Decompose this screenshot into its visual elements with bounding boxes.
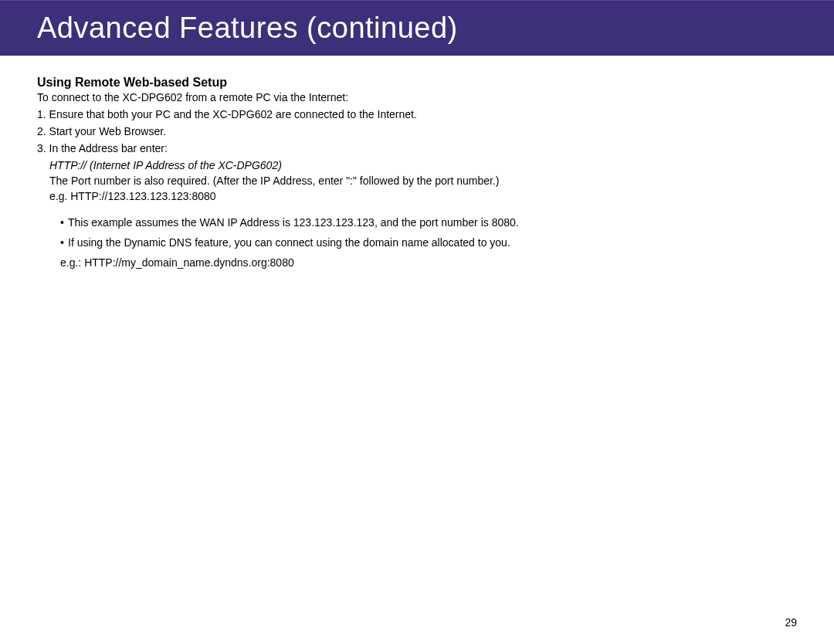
page-content: Using Remote Web-based Setup To connect …	[0, 56, 834, 269]
bullet-2: •If using the Dynamic DNS feature, you c…	[60, 236, 797, 249]
section-heading: Using Remote Web-based Setup	[37, 76, 797, 90]
bullet-1-text: This example assumes the WAN IP Address …	[68, 216, 519, 229]
bullet-list: •This example assumes the WAN IP Address…	[37, 216, 797, 269]
step-3: 3. In the Address bar enter:	[37, 142, 797, 154]
step-3-example: e.g. HTTP://123.123.123.123:8080	[37, 190, 797, 202]
bullet-2-example: e.g.: HTTP://my_domain_name.dyndns.org:8…	[60, 256, 797, 269]
step-2: 2. Start your Web Browser.	[37, 125, 797, 137]
step-3-port-note: The Port number is also required. (After…	[37, 175, 797, 187]
step-3-address-format: HTTP:// (Internet IP Address of the XC-D…	[37, 159, 797, 171]
intro-text: To connect to the XC-DPG602 from a remot…	[37, 91, 797, 103]
page-title: Advanced Features (continued)	[37, 12, 458, 45]
step-1: 1. Ensure that both your PC and the XC-D…	[37, 108, 797, 120]
page-header: Advanced Features (continued)	[0, 0, 834, 56]
bullet-1: •This example assumes the WAN IP Address…	[60, 216, 797, 229]
bullet-2-text: If using the Dynamic DNS feature, you ca…	[68, 236, 510, 249]
page-number: 29	[785, 616, 797, 629]
